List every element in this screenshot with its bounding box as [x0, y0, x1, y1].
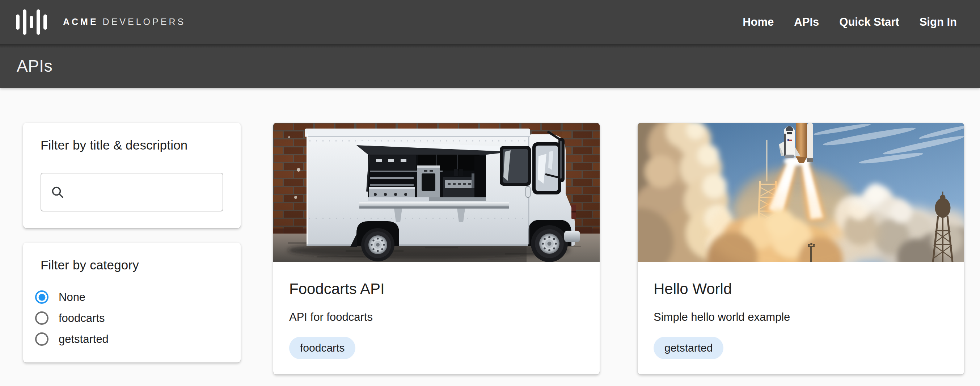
- filter-category-title: Filter by category: [41, 258, 223, 272]
- nav-item-sign-in[interactable]: Sign In: [920, 16, 957, 29]
- radio-label: foodcarts: [59, 312, 105, 325]
- filter-search-card: Filter by title & description: [23, 123, 241, 228]
- radio-icon[interactable]: [35, 311, 48, 325]
- food-truck-illustration: [273, 123, 600, 262]
- api-card-list: Foodcarts API API for foodcarts foodcart…: [273, 123, 964, 375]
- search-icon: [50, 185, 65, 200]
- logo[interactable]: ACMEDEVELOPERS: [16, 10, 186, 35]
- filter-search-title: Filter by title & description: [41, 138, 223, 152]
- card-title: Hello World: [654, 280, 948, 298]
- radio-label: getstarted: [59, 333, 108, 346]
- card-title: Foodcarts API: [289, 280, 584, 298]
- radio-label: None: [59, 291, 85, 304]
- filters-sidebar: Filter by title & description Filter by …: [23, 123, 241, 362]
- nav-item-quick-start[interactable]: Quick Start: [839, 16, 899, 29]
- brand-suffix: DEVELOPERS: [103, 17, 186, 27]
- category-chip[interactable]: getstarted: [654, 337, 724, 359]
- main-content: Filter by title & description Filter by …: [0, 88, 980, 375]
- top-nav: ACMEDEVELOPERS Home APIs Quick Start Sig…: [0, 0, 980, 44]
- card-description: API for foodcarts: [289, 311, 584, 324]
- radio-option-foodcarts[interactable]: foodcarts: [35, 311, 223, 325]
- search-input[interactable]: [73, 175, 218, 209]
- card-body: Hello World Simple hello world example g…: [638, 262, 964, 375]
- radio-selected-icon[interactable]: [35, 290, 48, 304]
- api-card-foodcarts[interactable]: Foodcarts API API for foodcarts foodcart…: [273, 123, 600, 375]
- nav-links: Home APIs Quick Start Sign In: [743, 16, 957, 29]
- search-box[interactable]: [41, 173, 223, 212]
- page-title: APIs: [17, 56, 52, 76]
- equalizer-logo-icon: [16, 10, 47, 35]
- filter-category-card: Filter by category None foodcarts getsta…: [23, 242, 241, 362]
- rocket-launch-illustration: [638, 123, 964, 262]
- api-card-hello-world[interactable]: Hello World Simple hello world example g…: [638, 123, 964, 375]
- radio-option-getstarted[interactable]: getstarted: [35, 332, 223, 346]
- card-body: Foodcarts API API for foodcarts foodcart…: [273, 262, 600, 375]
- nav-item-home[interactable]: Home: [743, 16, 774, 29]
- brand-name: ACME: [63, 17, 99, 27]
- page-header: APIs: [0, 44, 980, 88]
- radio-icon[interactable]: [35, 332, 48, 346]
- card-description: Simple hello world example: [654, 311, 948, 324]
- nav-item-apis[interactable]: APIs: [794, 16, 819, 29]
- radio-option-none[interactable]: None: [35, 290, 223, 304]
- brand-text: ACMEDEVELOPERS: [63, 17, 186, 27]
- category-chip[interactable]: foodcarts: [289, 337, 355, 359]
- category-radio-group: None foodcarts getstarted: [35, 290, 223, 346]
